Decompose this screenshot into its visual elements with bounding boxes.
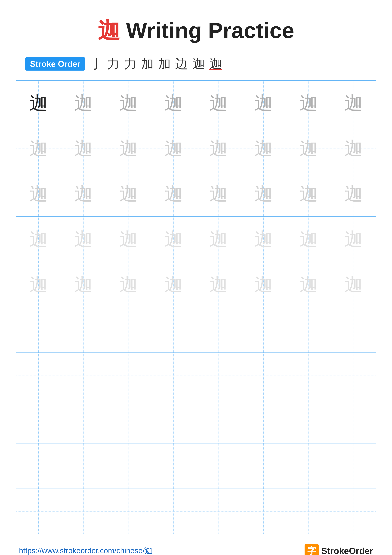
grid-cell-7-0[interactable] xyxy=(16,398,61,443)
grid-cell-3-1[interactable]: 迦 xyxy=(61,217,106,262)
grid-cell-1-2[interactable]: 迦 xyxy=(106,126,151,171)
grid-cell-3-4[interactable]: 迦 xyxy=(196,217,241,262)
grid-cell-0-6[interactable]: 迦 xyxy=(286,81,331,126)
grid-cell-1-1[interactable]: 迦 xyxy=(61,126,106,171)
grid-cell-5-0[interactable] xyxy=(16,307,61,352)
cell-character: 迦 xyxy=(74,275,93,294)
grid-cell-7-5[interactable] xyxy=(241,398,286,443)
grid-row-6[interactable] xyxy=(16,353,376,398)
grid-cell-8-7[interactable] xyxy=(331,444,376,489)
grid-cell-3-0[interactable]: 迦 xyxy=(16,217,61,262)
grid-cell-2-1[interactable]: 迦 xyxy=(61,171,106,216)
grid-cell-3-2[interactable]: 迦 xyxy=(106,217,151,262)
grid-cell-6-3[interactable] xyxy=(151,353,196,398)
grid-row-1[interactable]: 迦迦迦迦迦迦迦迦 xyxy=(16,126,376,171)
grid-cell-4-2[interactable]: 迦 xyxy=(106,262,151,307)
grid-cell-2-0[interactable]: 迦 xyxy=(16,171,61,216)
grid-row-3[interactable]: 迦迦迦迦迦迦迦迦 xyxy=(16,217,376,262)
grid-cell-6-0[interactable] xyxy=(16,353,61,398)
grid-cell-7-3[interactable] xyxy=(151,398,196,443)
grid-cell-4-3[interactable]: 迦 xyxy=(151,262,196,307)
grid-cell-0-4[interactable]: 迦 xyxy=(196,81,241,126)
grid-cell-8-5[interactable] xyxy=(241,444,286,489)
grid-cell-9-1[interactable] xyxy=(61,489,106,534)
grid-cell-5-3[interactable] xyxy=(151,307,196,352)
grid-cell-2-4[interactable]: 迦 xyxy=(196,171,241,216)
grid-cell-1-7[interactable]: 迦 xyxy=(331,126,376,171)
grid-cell-5-2[interactable] xyxy=(106,307,151,352)
grid-cell-0-5[interactable]: 迦 xyxy=(241,81,286,126)
grid-cell-1-4[interactable]: 迦 xyxy=(196,126,241,171)
grid-cell-9-2[interactable] xyxy=(106,489,151,534)
grid-row-0[interactable]: 迦迦迦迦迦迦迦迦 xyxy=(16,81,376,126)
grid-cell-9-7[interactable] xyxy=(331,489,376,534)
grid-cell-7-1[interactable] xyxy=(61,398,106,443)
grid-cell-0-2[interactable]: 迦 xyxy=(106,81,151,126)
grid-cell-4-7[interactable]: 迦 xyxy=(331,262,376,307)
grid-cell-7-7[interactable] xyxy=(331,398,376,443)
grid-cell-6-1[interactable] xyxy=(61,353,106,398)
grid-cell-4-5[interactable]: 迦 xyxy=(241,262,286,307)
grid-cell-2-6[interactable]: 迦 xyxy=(286,171,331,216)
grid-row-8[interactable] xyxy=(16,444,376,489)
grid-cell-5-6[interactable] xyxy=(286,307,331,352)
grid-cell-0-7[interactable]: 迦 xyxy=(331,81,376,126)
grid-cell-4-1[interactable]: 迦 xyxy=(61,262,106,307)
grid-cell-4-6[interactable]: 迦 xyxy=(286,262,331,307)
grid-cell-7-4[interactable] xyxy=(196,398,241,443)
grid-cell-2-7[interactable]: 迦 xyxy=(331,171,376,216)
grid-cell-9-0[interactable] xyxy=(16,489,61,534)
title-writing-practice: Writing Practice xyxy=(126,18,294,43)
grid-cell-5-4[interactable] xyxy=(196,307,241,352)
grid-cell-2-2[interactable]: 迦 xyxy=(106,171,151,216)
grid-cell-1-3[interactable]: 迦 xyxy=(151,126,196,171)
grid-cell-0-0[interactable]: 迦 xyxy=(16,81,61,126)
grid-cell-9-3[interactable] xyxy=(151,489,196,534)
grid-row-7[interactable] xyxy=(16,398,376,444)
grid-cell-6-2[interactable] xyxy=(106,353,151,398)
grid-cell-7-2[interactable] xyxy=(106,398,151,443)
grid-cell-8-6[interactable] xyxy=(286,444,331,489)
grid-cell-2-5[interactable]: 迦 xyxy=(241,171,286,216)
grid-cell-5-7[interactable] xyxy=(331,307,376,352)
grid-cell-0-1[interactable]: 迦 xyxy=(61,81,106,126)
grid-cell-8-0[interactable] xyxy=(16,444,61,489)
footer-url[interactable]: https://www.strokeorder.com/chinese/迦 xyxy=(19,546,152,555)
grid-cell-4-0[interactable]: 迦 xyxy=(16,262,61,307)
footer: https://www.strokeorder.com/chinese/迦 字 … xyxy=(16,544,376,555)
grid-cell-5-5[interactable] xyxy=(241,307,286,352)
grid-cell-9-6[interactable] xyxy=(286,489,331,534)
grid-row-5[interactable] xyxy=(16,307,376,353)
grid-cell-6-4[interactable] xyxy=(196,353,241,398)
grid-cell-6-5[interactable] xyxy=(241,353,286,398)
grid-cell-3-3[interactable]: 迦 xyxy=(151,217,196,262)
cell-character: 迦 xyxy=(164,139,183,158)
grid-cell-4-4[interactable]: 迦 xyxy=(196,262,241,307)
cell-character: 迦 xyxy=(29,275,48,294)
grid-cell-8-2[interactable] xyxy=(106,444,151,489)
grid-cell-3-6[interactable]: 迦 xyxy=(286,217,331,262)
grid-cell-6-6[interactable] xyxy=(286,353,331,398)
cell-character: 迦 xyxy=(299,139,318,158)
grid-cell-8-4[interactable] xyxy=(196,444,241,489)
grid-cell-7-6[interactable] xyxy=(286,398,331,443)
grid-cell-1-5[interactable]: 迦 xyxy=(241,126,286,171)
grid-row-2[interactable]: 迦迦迦迦迦迦迦迦 xyxy=(16,171,376,217)
grid-cell-9-4[interactable] xyxy=(196,489,241,534)
grid-row-9[interactable] xyxy=(16,489,376,534)
grid-cell-5-1[interactable] xyxy=(61,307,106,352)
cell-character: 迦 xyxy=(254,94,273,112)
grid-cell-9-5[interactable] xyxy=(241,489,286,534)
grid-cell-0-3[interactable]: 迦 xyxy=(151,81,196,126)
grid-cell-3-5[interactable]: 迦 xyxy=(241,217,286,262)
grid-cell-2-3[interactable]: 迦 xyxy=(151,171,196,216)
grid-cell-1-6[interactable]: 迦 xyxy=(286,126,331,171)
grid-cell-8-1[interactable] xyxy=(61,444,106,489)
grid-cell-3-7[interactable]: 迦 xyxy=(331,217,376,262)
cell-character: 迦 xyxy=(119,94,138,112)
cell-character: 迦 xyxy=(344,230,363,248)
grid-cell-8-3[interactable] xyxy=(151,444,196,489)
grid-row-4[interactable]: 迦迦迦迦迦迦迦迦 xyxy=(16,262,376,307)
grid-cell-6-7[interactable] xyxy=(331,353,376,398)
grid-cell-1-0[interactable]: 迦 xyxy=(16,126,61,171)
